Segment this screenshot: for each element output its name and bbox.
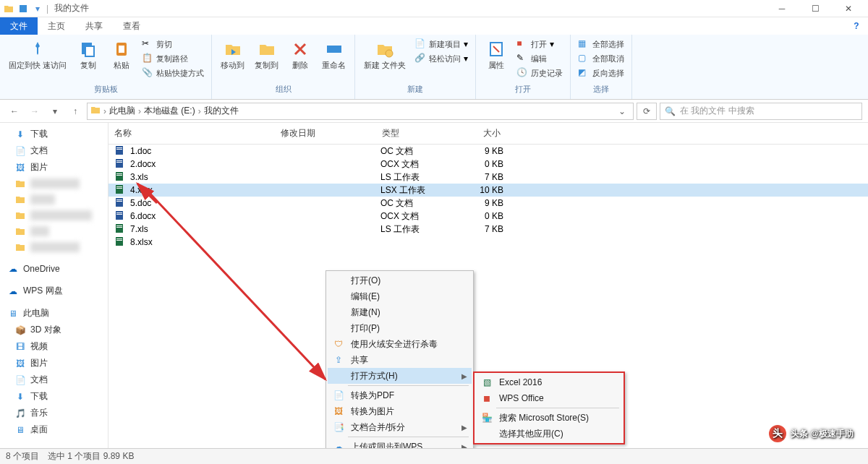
openwith-submenu: ▧Excel 2016 ◼WPS Office 🏪搜索 Microsoft St… — [473, 371, 625, 444]
selectall-button[interactable]: ▦全部选择 — [576, 38, 626, 51]
sidebar-item-pictures2[interactable]: 🖼图片 — [0, 355, 108, 371]
sidebar-item-onedrive[interactable]: ☁OneDrive — [0, 261, 108, 277]
help-button[interactable]: ? — [845, 17, 868, 35]
file-name: 8.xlsx — [130, 237, 279, 247]
file-row[interactable]: 4.xlsxLSX 工作表10 KB — [109, 184, 868, 197]
open-button[interactable]: ■打开 ▾ — [515, 38, 564, 51]
ctx-open[interactable]: 打开(O) — [328, 272, 472, 288]
col-date[interactable]: 修改日期 — [275, 126, 376, 141]
col-type[interactable]: 类型 — [376, 126, 448, 141]
file-row[interactable]: 2.docxOCX 文档0 KB — [109, 158, 868, 171]
back-button[interactable]: ← — [6, 103, 23, 120]
ctx2-wps[interactable]: ◼WPS Office — [476, 390, 622, 406]
sidebar-item-blur3[interactable]: ██████████ — [0, 207, 108, 223]
sidebar-item-thispc[interactable]: 🖥此电脑 — [0, 305, 108, 322]
newfolder-button[interactable]: 新建 文件夹 — [361, 38, 409, 71]
ctx-scan[interactable]: 🛡使用火绒安全进行杀毒 — [328, 336, 472, 352]
svg-rect-29 — [116, 237, 123, 246]
sidebar-item-downloads2[interactable]: ⬇下载 — [0, 388, 108, 405]
file-row[interactable]: 8.xlsx — [109, 236, 868, 249]
sidebar-item-pictures[interactable]: 🖼图片 — [0, 159, 108, 176]
rename-button[interactable]: 重命名 — [319, 38, 349, 71]
cut-button[interactable]: ✂剪切 — [140, 38, 205, 51]
recent-dropdown[interactable]: ▾ — [46, 103, 64, 120]
tab-file[interactable]: 文件 — [0, 17, 38, 35]
file-icon — [114, 236, 126, 248]
svg-rect-19 — [116, 188, 122, 189]
ctx-merge[interactable]: 📑文档合并/拆分▶ — [328, 419, 472, 435]
copy-button[interactable]: 复制 — [74, 38, 103, 71]
file-name: 6.docx — [130, 211, 279, 221]
ctx-openwith[interactable]: 打开方式(H)▶ — [328, 368, 472, 384]
svg-rect-14 — [116, 172, 123, 181]
forward-button[interactable]: → — [26, 103, 43, 120]
file-row[interactable]: 7.xlsLS 工作表7 KB — [109, 223, 868, 236]
ctx-topdf[interactable]: 📄转换为PDF — [328, 387, 472, 403]
svg-rect-16 — [116, 175, 122, 176]
ctx-share[interactable]: ⇪共享 — [328, 352, 472, 368]
selectnone-button[interactable]: ▢全部取消 — [576, 52, 626, 65]
properties-button[interactable]: 属性 — [482, 38, 511, 71]
easyaccess-button[interactable]: 🔗轻松访问 ▾ — [413, 52, 469, 65]
qat-dropdown-icon[interactable]: ▾ — [32, 3, 43, 14]
close-button[interactable]: ✕ — [832, 0, 865, 17]
file-row[interactable]: 1.docOC 文档9 KB — [109, 145, 868, 158]
svg-rect-26 — [116, 224, 123, 233]
context-menu: 打开(O) 编辑(E) 新建(N) 打印(P) 🛡使用火绒安全进行杀毒 ⇪共享 … — [326, 270, 474, 464]
col-size[interactable]: 大小 — [448, 126, 506, 141]
edit-button[interactable]: ✎编辑 — [515, 52, 564, 65]
ctx2-other[interactable]: 选择其他应用(C) — [476, 426, 622, 442]
ctx-toimg[interactable]: 🖼转换为图片 — [328, 403, 472, 419]
file-size: 7 KB — [453, 224, 503, 234]
breadcrumb-dropdown-icon[interactable]: ⌄ — [614, 106, 630, 116]
sidebar-item-blur5[interactable]: ████████ — [0, 239, 108, 255]
svg-rect-10 — [116, 149, 122, 150]
col-name[interactable]: 名称 — [109, 126, 275, 141]
pin-button[interactable]: 固定到快 速访问 — [6, 38, 69, 71]
sidebar-item-downloads[interactable]: ⬇下载 — [0, 126, 108, 142]
newitem-button[interactable]: 📄新建项目 ▾ — [413, 38, 469, 51]
maximize-button[interactable]: ☐ — [799, 0, 832, 17]
file-row[interactable]: 6.docxOCX 文档0 KB — [109, 210, 868, 223]
copy-path-button[interactable]: 📋复制路径 — [140, 52, 205, 65]
sidebar-item-blur4[interactable]: ███ — [0, 223, 108, 239]
breadcrumb[interactable]: › 此电脑 › 本地磁盘 (E:) › 我的文件 ⌄ — [87, 103, 634, 120]
paste-shortcut-button[interactable]: 📎粘贴快捷方式 — [140, 66, 205, 80]
ctx2-excel[interactable]: ▧Excel 2016 — [476, 374, 622, 390]
sidebar-item-blur1[interactable]: ████████ — [0, 176, 108, 192]
minimize-button[interactable]: ─ — [765, 0, 799, 17]
sidebar-item-documents[interactable]: 📄文档 — [0, 142, 108, 159]
moveto-button[interactable]: 移动到 — [218, 38, 247, 71]
sidebar-item-videos[interactable]: 🎞视频 — [0, 338, 108, 355]
ribbon: 固定到快 速访问 复制 粘贴 ✂剪切 📋复制路径 📎粘贴快捷方式 剪贴板 移动到… — [0, 35, 868, 100]
ctx2-store[interactable]: 🏪搜索 Microsoft Store(S) — [476, 410, 622, 426]
file-row[interactable]: 3.xlsLS 工作表7 KB — [109, 171, 868, 184]
svg-rect-27 — [116, 225, 122, 226]
ribbon-group-new: 新建 文件夹 📄新建项目 ▾ 🔗轻松访问 ▾ 新建 — [355, 35, 476, 99]
file-type: LS 工作表 — [380, 223, 453, 236]
history-button[interactable]: 🕓历史记录 — [515, 66, 564, 80]
ctx-new[interactable]: 新建(N) — [328, 304, 472, 320]
sidebar-item-blur2[interactable]: ████ — [0, 192, 108, 207]
ctx-print[interactable]: 打印(P) — [328, 320, 472, 336]
up-button[interactable]: ↑ — [67, 103, 84, 120]
delete-button[interactable]: 删除 — [286, 38, 315, 71]
copyto-button[interactable]: 复制到 — [252, 38, 281, 71]
invert-button[interactable]: ◩反向选择 — [576, 66, 626, 80]
tab-view[interactable]: 查看 — [113, 17, 150, 35]
svg-rect-23 — [116, 211, 123, 220]
paste-button[interactable]: 粘贴 — [107, 38, 136, 71]
tab-share[interactable]: 共享 — [75, 17, 113, 35]
ctx-edit[interactable]: 编辑(E) — [328, 288, 472, 304]
qat-icon[interactable] — [17, 3, 29, 14]
file-row[interactable]: 5.docOC 文档9 KB — [109, 197, 868, 210]
sidebar-item-desktop[interactable]: 🖥桌面 — [0, 421, 108, 438]
tab-home[interactable]: 主页 — [38, 17, 75, 35]
ribbon-group-open: 属性 ■打开 ▾ ✎编辑 🕓历史记录 打开 — [476, 35, 571, 99]
search-input[interactable]: 🔍 在 我的文件 中搜索 — [660, 103, 862, 120]
sidebar-item-3d[interactable]: 📦3D 对象 — [0, 322, 108, 338]
sidebar-item-music[interactable]: 🎵音乐 — [0, 405, 108, 421]
sidebar-item-documents2[interactable]: 📄文档 — [0, 371, 108, 388]
sidebar-item-wps[interactable]: ☁WPS 网盘 — [0, 283, 108, 299]
refresh-button[interactable]: ⟳ — [637, 103, 657, 120]
